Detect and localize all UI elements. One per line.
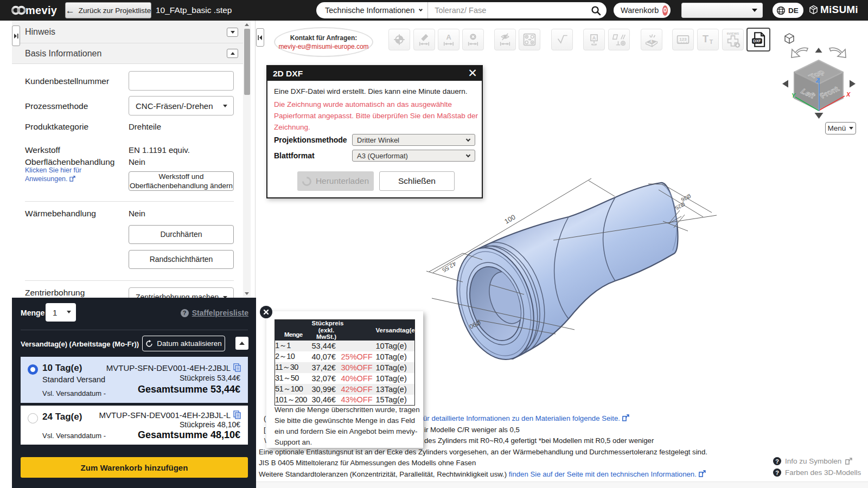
modal-warning: Die Zeichnung wurde automatisch an das a…	[274, 99, 481, 133]
toolbar-button-surface-finish[interactable]	[551, 29, 573, 50]
viewport-collapse-button[interactable]	[256, 28, 264, 47]
blattformat-select[interactable]: A3 (Querformat)	[352, 150, 475, 162]
cell-days: 10Tag(e)	[376, 362, 415, 373]
misumi-logo[interactable]: MiSUMi	[809, 4, 858, 16]
meviy-logo[interactable]: meviy	[9, 3, 63, 17]
toolbar-button-hide-dimension[interactable]	[494, 29, 516, 50]
toolbar-button-geometric-tolerance[interactable]	[608, 29, 630, 50]
language-button[interactable]: DE	[773, 3, 803, 18]
contact-email[interactable]: meviy-eu@misumi-europe.com	[278, 42, 368, 51]
anweisungen-link[interactable]: Klicken Sie hier für Anweisungen.	[25, 166, 112, 183]
note-line-5: JIS B 0405 Mitteltoleranz für Abmessunge…	[259, 458, 476, 469]
note-line-4: Eine optionale Entlastungsnut ist an der…	[259, 447, 707, 458]
count-measure-icon: 123	[674, 31, 692, 48]
menge-select[interactable]: 1	[46, 303, 76, 322]
axis-z-label: Z	[815, 77, 820, 84]
werkstoff-value: EN 1.1191 equiv.	[129, 145, 190, 155]
note-occluded-start-1: (	[264, 414, 266, 422]
toolbar-button-six-views-add[interactable]: 6VIEWS	[722, 29, 744, 50]
info-symbols-link[interactable]: ? Info zu Symbolen	[773, 457, 852, 465]
toolbar-button-text-size[interactable]: T T	[697, 29, 719, 50]
toolbar-button-dxf-export[interactable]: DXF	[746, 28, 770, 52]
project-select[interactable]	[681, 3, 763, 18]
chevron-down-icon	[231, 31, 235, 34]
staffelpreisliste-link[interactable]: ? Staffelpreisliste	[181, 309, 248, 317]
projektionsmethode-select[interactable]: Dritter Winkel	[352, 134, 475, 146]
sidebar-collapse-button[interactable]	[12, 25, 20, 46]
note-link-tech-info[interactable]: finden Sie auf der Seite mit den technis…	[509, 470, 706, 478]
scroll-down-arrow[interactable]	[243, 290, 251, 297]
back-to-project-list-button[interactable]: ← Zurück zur Projektliste	[65, 2, 151, 18]
randschichthaerten-button[interactable]: Randschichthärten	[129, 250, 234, 269]
shipping-option-24-days[interactable]: 24 Tag(e) Vsl. Versanddatum - MVTUP-SFN-…	[21, 406, 248, 445]
cart-label: Warenkorb	[621, 6, 659, 15]
view-cube[interactable]: Top Left Front	[794, 60, 843, 110]
toolbar-button-deburring[interactable]: A	[641, 29, 662, 50]
search-category-select[interactable]: Technische Informationen	[316, 2, 427, 18]
shipping-option-10-days[interactable]: 10 Tag(e) Standard Versand Vsl. Versandd…	[21, 357, 248, 403]
cell-qty: 2～10	[275, 351, 312, 362]
viewport-menu-button[interactable]: Menü	[825, 122, 856, 134]
basis-collapse-button[interactable]	[227, 49, 238, 58]
cell-days: 10Tag(e)	[376, 373, 415, 384]
search-button[interactable]	[585, 2, 607, 18]
modal-close-icon[interactable]: ✕	[467, 68, 478, 80]
rotate-left-triangle[interactable]	[782, 80, 788, 88]
colors-3d-link[interactable]: ? Farben des 3D-Modells	[773, 468, 861, 477]
kundenbestellnummer-input[interactable]	[129, 71, 234, 91]
rotate-up-arrow[interactable]	[815, 48, 822, 53]
3d-model-viewport[interactable]: 100 42,55 Ø90 Ø36 Ø25	[412, 163, 732, 401]
add-to-cart-button[interactable]: Zum Warenkorb hinzufügen	[21, 457, 248, 478]
close-button[interactable]: Schließen	[379, 171, 455, 191]
search-input[interactable]	[428, 6, 585, 15]
toolbar-button-datum-target[interactable]	[388, 29, 410, 50]
rotate-down-triangle[interactable]	[815, 113, 824, 119]
durchhaerten-button[interactable]: Durchhärten	[129, 225, 234, 244]
edit-dimension-icon	[416, 31, 432, 48]
view-cube-widget[interactable]: Top Left Front Y X Z	[776, 27, 863, 122]
scroll-up-arrow[interactable]	[243, 21, 251, 28]
prozessmethode-select[interactable]: CNC-Fräsen/-Drehen	[129, 96, 234, 115]
cell-price: 30,46€	[312, 395, 341, 406]
oberflaechenbehandlung-value: Nein	[129, 157, 145, 166]
note-link-materials[interactable]: ür detaillierte Informationen zu den Mat…	[423, 414, 629, 423]
rotate-left-icon[interactable]	[792, 48, 808, 57]
cell-price: 32,07€	[312, 373, 341, 384]
toolbar-button-edit-dimension[interactable]	[413, 29, 435, 50]
toolbar-button-hole-pattern[interactable]	[519, 29, 540, 50]
toolbar-button-count-measure[interactable]: 123	[672, 29, 694, 50]
toolbar-button-text-dimension[interactable]: A	[438, 29, 459, 50]
radio-unselected-icon[interactable]	[28, 413, 38, 423]
six-views-label: 6VIEWS	[727, 32, 739, 35]
toolbar-button-datum-label[interactable]: A	[583, 29, 605, 50]
dim-depth: 42,55	[441, 260, 457, 273]
menu-label: Menü	[828, 124, 846, 132]
modal-header[interactable]: 2D DXF ✕	[267, 66, 482, 81]
misumi-text: MiSUMi	[820, 4, 858, 16]
projektionsmethode-label: Projektionsmethode	[274, 136, 347, 144]
price-row: 31～5032,07€40%OFF10Tag(e)	[275, 373, 415, 384]
hinweis-expand-button[interactable]	[227, 28, 238, 37]
horizontal-scrollbar[interactable]	[256, 481, 868, 488]
col-header-stueckpreis: Stückpreis (exkl. MwSt.)	[312, 320, 341, 341]
cart-button[interactable]: Warenkorb 0	[614, 3, 671, 18]
werkstoff-aendern-button[interactable]: Werkstoff und Oberflächenbehandlung ände…	[129, 171, 234, 191]
datum-aktualisieren-button[interactable]: Datum aktualisieren	[142, 336, 225, 351]
sidebar-scrollbar-thumb[interactable]	[244, 29, 250, 95]
panel-header-hinweis[interactable]: Hinweis	[12, 21, 243, 43]
panel-header-basis-informationen[interactable]: Basis Informationen	[12, 43, 243, 64]
copy-icon[interactable]	[233, 410, 241, 421]
wireframe-cube-icon[interactable]	[785, 34, 794, 43]
basis-title: Basis Informationen	[25, 49, 101, 59]
copy-icon[interactable]	[233, 363, 241, 374]
modal-sheet-value: A3 (Querformat)	[357, 152, 408, 160]
radio-selected-icon[interactable]	[28, 364, 38, 375]
hide-dimension-icon	[497, 31, 513, 48]
cell-discount: 43%OFF	[341, 395, 376, 406]
popup-close-button[interactable]	[260, 306, 272, 318]
rotate-right-triangle[interactable]	[850, 80, 856, 88]
panel-collapse-button[interactable]	[235, 337, 248, 350]
rotate-right-icon[interactable]	[829, 48, 846, 57]
toolbar-button-delete-dimension[interactable]	[462, 29, 484, 50]
download-button[interactable]: Herunterladen	[297, 171, 374, 191]
